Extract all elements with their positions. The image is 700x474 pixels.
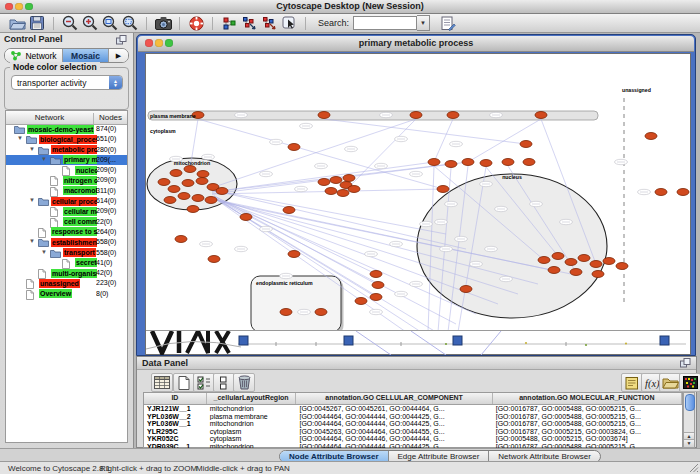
unselect-attributes-button[interactable] [213, 373, 235, 392]
network-node[interactable] [655, 189, 667, 196]
tree-row[interactable]: cellular metabol209(0) [6, 206, 127, 216]
network-node[interactable] [184, 166, 196, 173]
search-dropdown-button[interactable]: ▼ [417, 15, 430, 31]
search-input[interactable] [353, 16, 417, 30]
network-node[interactable] [520, 141, 532, 148]
network-node[interactable] [603, 258, 615, 265]
configure-search-button[interactable] [438, 15, 458, 32]
zoom-selected-button[interactable] [120, 15, 140, 32]
tree-row[interactable]: mosaic-demo-yeast874(0) [6, 124, 127, 134]
delete-attribute-button[interactable] [233, 373, 255, 392]
table-row[interactable]: YLR295Ccytoplasm[GO:0045263, GO:0044464,… [144, 428, 682, 436]
network-node[interactable] [578, 255, 590, 262]
network-node[interactable] [164, 197, 176, 204]
tree-row[interactable]: ▼establishment of lo558(0) [6, 237, 127, 247]
tree-row[interactable]: ▼primary metabo209(... [6, 155, 127, 165]
tree-row[interactable]: macromolecule311(0) [6, 186, 127, 196]
save-button[interactable] [27, 15, 47, 32]
tab-network[interactable]: Network [5, 49, 63, 62]
tree-row[interactable]: nitrogen compo209(0) [6, 175, 127, 185]
network-node[interactable] [187, 206, 199, 213]
network-node[interactable] [197, 171, 209, 178]
zoom-out-button[interactable] [60, 15, 80, 32]
network-node[interactable] [355, 298, 367, 305]
network-node[interactable] [168, 186, 180, 193]
network-node[interactable] [502, 159, 514, 166]
new-attribute-button[interactable] [173, 373, 195, 392]
tab-overflow-button[interactable]: ▶ [109, 49, 128, 62]
network-edit-blue-button[interactable] [239, 15, 259, 32]
tree-row[interactable]: unassigned223(0) [6, 278, 127, 288]
color-attribute-dropdown[interactable]: transporter activity ▲▼ [11, 75, 123, 90]
network-node[interactable] [462, 159, 474, 166]
attribute-matrix-button[interactable] [679, 373, 700, 392]
zoom-fit-button[interactable] [100, 15, 120, 32]
table-row[interactable]: YPL036W__2plasma membrane[GO:0044464, GO… [144, 413, 682, 421]
column-header[interactable]: annotation.GO CELLULAR_COMPONENT [296, 393, 492, 404]
network-node[interactable] [548, 267, 560, 274]
network-node[interactable] [182, 180, 194, 187]
expander-icon[interactable]: ▼ [41, 247, 47, 257]
network-node[interactable] [196, 178, 208, 185]
help-button[interactable] [186, 15, 206, 32]
float-panel-icon[interactable] [116, 35, 127, 45]
network-node[interactable] [315, 309, 327, 316]
network-node[interactable] [330, 177, 342, 184]
select-mode-button[interactable] [279, 15, 299, 32]
network-node[interactable] [325, 188, 337, 195]
network-node[interactable] [240, 214, 252, 221]
network-node[interactable] [205, 197, 217, 204]
table-scrollbar[interactable]: ▲ ▼ [683, 392, 695, 448]
network-node[interactable] [370, 271, 382, 278]
expander-icon[interactable]: ▼ [17, 133, 23, 143]
scrollbar-thumb[interactable] [685, 394, 695, 411]
tree-row[interactable]: multi-organism pro42(0) [6, 268, 127, 278]
expander-icon[interactable]: ▼ [29, 144, 35, 154]
network-node[interactable] [570, 269, 582, 276]
zoom-in-button[interactable] [80, 15, 100, 32]
tree-row[interactable]: ▼cellular process614(0) [6, 196, 127, 206]
tree-row[interactable]: nucleobase-209(0) [6, 165, 127, 175]
network-node[interactable] [192, 195, 204, 202]
network-node[interactable] [216, 188, 228, 195]
expander-icon[interactable]: ▼ [41, 154, 47, 164]
network-node[interactable] [348, 186, 360, 193]
network-node[interactable] [158, 179, 170, 186]
network-view-window[interactable]: primary metabolic process plasma membran… [136, 34, 696, 356]
network-node[interactable] [343, 175, 355, 182]
network-node[interactable] [318, 112, 330, 119]
network-node[interactable] [428, 159, 440, 166]
column-header[interactable]: annotation.GO MOLECULAR_FUNCTION [493, 393, 682, 404]
tree-row[interactable]: response to stimulu264(0) [6, 227, 127, 237]
network-node[interactable] [565, 259, 577, 266]
expander-icon[interactable]: ▼ [29, 236, 35, 246]
tree-row[interactable]: secretion41(0) [6, 258, 127, 268]
table-row[interactable]: YKR052Ccytoplasm[GO:0044464, GO:0044446,… [144, 435, 682, 443]
table-button[interactable] [151, 373, 173, 392]
network-node[interactable] [288, 144, 300, 151]
network-node[interactable] [447, 112, 459, 119]
network-node[interactable] [170, 170, 182, 177]
network-node[interactable] [370, 294, 382, 301]
network-node[interactable] [677, 189, 689, 196]
tree-row[interactable]: Overview8(0) [6, 289, 127, 299]
float-panel-icon[interactable] [680, 358, 691, 368]
table-row[interactable]: YPL036W__1mitochondrion[GO:0044464, GO:0… [144, 420, 682, 428]
network-canvas-area[interactable]: plasma membranecytoplasmmitochondrionnuc… [145, 53, 691, 355]
snapshot-button[interactable] [153, 15, 173, 32]
network-modify-button[interactable] [219, 15, 239, 32]
network-node[interactable] [283, 207, 295, 214]
network-node[interactable] [523, 159, 535, 166]
table-row[interactable]: YJR121W__1mitochondrion[GO:0045267, GO:0… [144, 405, 682, 413]
network-node[interactable] [280, 309, 292, 316]
tree-row[interactable]: ▼metabolic process280(0) [6, 145, 127, 155]
network-node[interactable] [372, 282, 384, 289]
network-canvas[interactable]: plasma membranecytoplasmmitochondrionnuc… [146, 54, 690, 330]
network-node[interactable] [208, 256, 220, 263]
tree-row[interactable]: ▼transport558(0) [6, 248, 127, 258]
import-attributes-button[interactable] [659, 373, 681, 392]
network-node[interactable] [178, 193, 190, 200]
open-button[interactable] [7, 15, 27, 32]
column-header[interactable]: _cellularLayoutRegion [207, 393, 297, 404]
network-node[interactable] [480, 160, 492, 167]
